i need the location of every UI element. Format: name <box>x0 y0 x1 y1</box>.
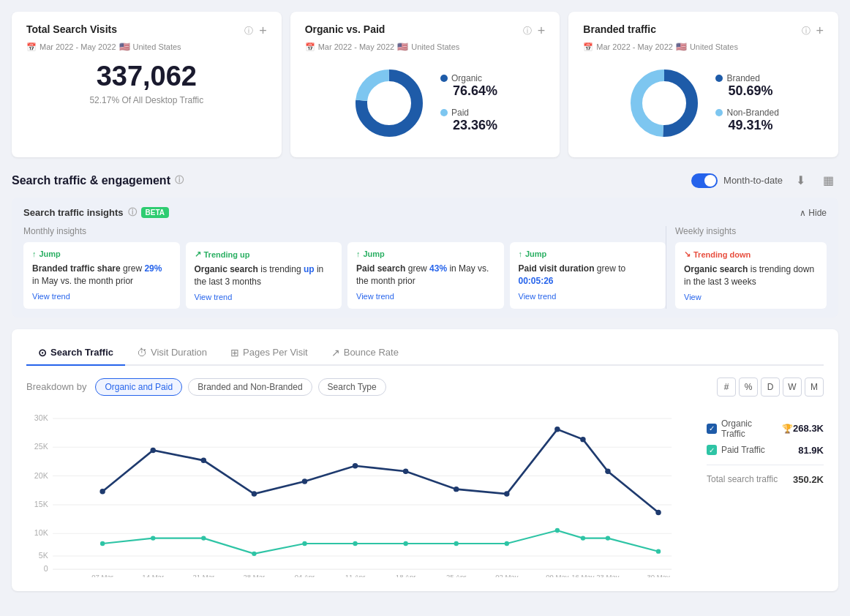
view-trend-link-3[interactable]: View trend <box>356 292 495 301</box>
monthly-insights-title: Monthly insights <box>23 226 666 236</box>
breakdown-search-type[interactable]: Search Type <box>318 378 386 396</box>
svg-point-35 <box>201 536 206 540</box>
ctrl-w[interactable]: W <box>783 378 802 397</box>
organic-label: Organic 76.64% <box>440 73 497 99</box>
insight-card-4: ↑ Jump Paid visit duration grew to 00:05… <box>510 242 666 309</box>
view-trend-link-2[interactable]: View trend <box>195 293 334 301</box>
breakdown-organic-paid[interactable]: Organic and Paid <box>95 378 182 396</box>
svg-point-20 <box>99 489 105 494</box>
svg-point-23 <box>252 491 257 496</box>
insight-card-1: ↑ Jump Branded traffic share grew 29% in… <box>23 242 180 309</box>
svg-point-25 <box>353 463 358 468</box>
svg-point-40 <box>454 541 459 545</box>
excel-icon[interactable]: ▦ <box>819 172 838 189</box>
card-header: Total Search Visits ⓘ + <box>26 23 267 39</box>
weekly-view-link-1[interactable]: View <box>684 293 818 301</box>
insights-header: Search traffic insights ⓘ BETA ∧ Hide <box>23 206 827 219</box>
branded-traffic-card: Branded traffic ⓘ + 📅 Mar 2022 - May 202… <box>568 12 838 157</box>
tab-pages-per-visit[interactable]: ⊞ Pages Per Visit <box>219 341 320 366</box>
chart-card: ⊙ Search Traffic ⏱ Visit Duration ⊞ Page… <box>12 329 838 592</box>
flag-icon: 🇺🇸 <box>119 42 130 52</box>
insights-title: Search traffic insights ⓘ BETA <box>23 206 169 219</box>
hide-button[interactable]: ∧ Hide <box>800 208 827 218</box>
svg-point-26 <box>403 468 408 473</box>
monthly-insight-cards: ↑ Jump Branded traffic share grew 29% in… <box>23 242 666 309</box>
tab-bounce-rate[interactable]: ↗ Bounce Rate <box>320 341 410 366</box>
legend-divider <box>707 465 824 465</box>
svg-text:04 Apr: 04 Apr <box>295 573 315 578</box>
svg-text:20K: 20K <box>34 470 48 479</box>
ctrl-hash[interactable]: # <box>717 378 736 397</box>
svg-text:15K: 15K <box>34 500 48 508</box>
svg-point-5 <box>644 83 685 124</box>
legend-total: Total search traffic 350.2K <box>707 474 824 485</box>
insights-info-icon[interactable]: ⓘ <box>128 206 137 219</box>
add-icon[interactable]: + <box>259 23 267 39</box>
svg-text:10K: 10K <box>34 528 48 537</box>
card-meta-3: 📅 Mar 2022 - May 2022 🇺🇸 United States <box>583 42 824 52</box>
svg-text:11 Apr: 11 Apr <box>345 573 366 578</box>
svg-text:18 Apr: 18 Apr <box>396 573 416 578</box>
info-icon-2[interactable]: ⓘ <box>523 25 532 37</box>
info-icon[interactable]: ⓘ <box>244 25 253 37</box>
ctrl-pct[interactable]: % <box>739 378 758 397</box>
insight-card-2: ↗ Trending up Organic search is trending… <box>186 242 342 309</box>
total-visits-number: 337,062 <box>26 61 267 92</box>
organic-checkbox[interactable]: ✓ <box>707 424 717 434</box>
insights-panel: Search traffic insights ⓘ BETA ∧ Hide Mo… <box>12 198 838 318</box>
calendar-icon: 📅 <box>26 42 37 52</box>
organic-value: 268.3K <box>793 423 824 434</box>
insight-text-4: Paid visit duration grew to 00:05:26 <box>519 263 658 288</box>
breakdown-branded[interactable]: Branded and Non-Branded <box>188 378 312 396</box>
view-trend-link-4[interactable]: View trend <box>519 292 658 301</box>
svg-point-41 <box>505 541 509 545</box>
svg-point-45 <box>656 549 661 553</box>
add-icon-2[interactable]: + <box>538 23 546 39</box>
monthly-insights-section: Monthly insights ↑ Jump Branded traffic … <box>23 226 666 309</box>
ctrl-d[interactable]: D <box>761 378 780 397</box>
month-to-date-toggle-wrap: Month-to-date <box>691 173 783 188</box>
section-title: Search traffic & engagement ⓘ <box>12 174 184 187</box>
total-label: Total search traffic <box>707 474 778 484</box>
insights-columns: Monthly insights ↑ Jump Branded traffic … <box>23 226 827 309</box>
svg-text:14 Mar: 14 Mar <box>142 573 165 578</box>
tab-search-traffic[interactable]: ⊙ Search Traffic <box>26 341 125 366</box>
month-to-date-toggle[interactable] <box>691 173 718 188</box>
add-icon-3[interactable]: + <box>816 23 824 39</box>
svg-point-42 <box>555 527 560 532</box>
svg-point-34 <box>151 536 155 540</box>
total-visits-subtext: 52.17% Of All Desktop Traffic <box>26 95 267 105</box>
svg-point-32 <box>655 509 661 514</box>
total-visits-title: Total Search Visits <box>26 23 117 35</box>
section-header: Search traffic & engagement ⓘ Month-to-d… <box>12 172 838 189</box>
info-icon-3[interactable]: ⓘ <box>802 25 810 37</box>
tab-visit-duration[interactable]: ⏱ Visit Duration <box>125 341 219 366</box>
weekly-insight-cards: ↘ Trending down Organic search is trendi… <box>675 242 827 309</box>
card-meta: 📅 Mar 2022 - May 2022 🇺🇸 United States <box>26 42 267 52</box>
ctrl-m[interactable]: M <box>805 378 824 397</box>
svg-point-22 <box>201 457 206 462</box>
svg-text:16 May: 16 May <box>571 573 595 578</box>
paid-checkbox[interactable]: ✓ <box>707 445 717 455</box>
download-icon[interactable]: ⬇ <box>791 172 810 189</box>
svg-point-28 <box>504 491 509 496</box>
weekly-insight-card-1: ↘ Trending down Organic search is trendi… <box>675 242 827 309</box>
legend-organic-left: ✓ Organic Traffic 🏆 <box>707 418 793 439</box>
view-trend-link-1[interactable]: View trend <box>32 292 171 301</box>
svg-text:5K: 5K <box>39 551 48 560</box>
calendar-icon-2: 📅 <box>305 42 315 52</box>
donut-chart-1 <box>353 67 426 140</box>
svg-text:30K: 30K <box>34 413 48 422</box>
svg-point-37 <box>302 541 306 545</box>
svg-point-29 <box>554 427 560 432</box>
search-traffic-icon: ⊙ <box>38 347 47 358</box>
insight-text-3: Paid search grew 43% in May vs. the mont… <box>356 263 495 288</box>
svg-text:21 Mar: 21 Mar <box>192 573 215 578</box>
svg-point-24 <box>302 478 307 484</box>
donut-inner: Organic 76.64% Paid 23.36% <box>305 61 546 146</box>
trending-arrow-2: ↗ <box>195 249 201 259</box>
organic-vs-paid-card: Organic vs. Paid ⓘ + 📅 Mar 2022 - May 20… <box>290 12 560 157</box>
section-info-icon[interactable]: ⓘ <box>175 174 184 187</box>
top-cards-row: Total Search Visits ⓘ + 📅 Mar 2022 - May… <box>12 12 838 157</box>
svg-text:02 May: 02 May <box>495 573 519 578</box>
